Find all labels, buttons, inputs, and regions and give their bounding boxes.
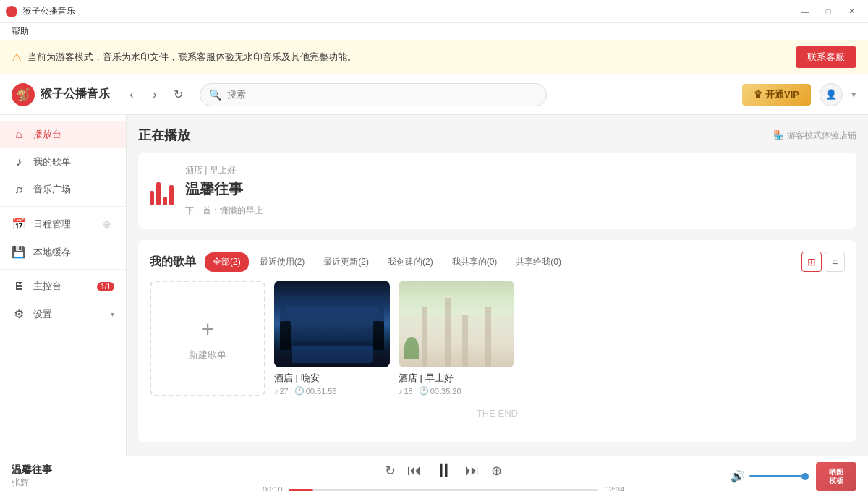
volume-bar[interactable]	[749, 475, 807, 477]
search-input[interactable]	[227, 89, 537, 100]
maximize-button[interactable]: □	[817, 4, 839, 19]
guest-mode-label: 游客模式体验店铺	[787, 129, 856, 142]
add-schedule-icon[interactable]: ⊕	[100, 218, 114, 230]
playlist-card-1[interactable]: 酒店 | 早上好 ♪ 18 🕐 00:35:20	[399, 281, 514, 396]
minimize-button[interactable]: —	[794, 4, 816, 19]
playlist-duration-0: 🕐 00:51:55	[294, 386, 337, 396]
playlist-name-1: 酒店 | 早上好	[399, 372, 514, 385]
tab-all[interactable]: 全部(2)	[205, 252, 249, 272]
calendar-icon: 📅	[12, 217, 26, 231]
alert-bar: ⚠ 当前为游客模式，音乐为水印文件，联系客服体验无水印音乐及其他完整功能。 联系…	[0, 40, 868, 74]
vip-button[interactable]: ♛ 开通VIP	[742, 84, 811, 106]
search-box[interactable]: 🔍	[200, 83, 547, 106]
contact-support-button[interactable]: 联系客服	[796, 46, 856, 68]
refresh-button[interactable]: ↻	[168, 85, 188, 105]
sidebar-item-music-square[interactable]: ♬ 音乐广场	[0, 176, 126, 203]
now-playing-section-header: 正在播放 🏪 游客模式体验店铺	[138, 127, 856, 144]
sidebar-item-schedule[interactable]: 📅 日程管理 ⊕	[0, 210, 126, 238]
progress-bar-fill	[289, 489, 313, 491]
tab-shared-by-me[interactable]: 我共享的(0)	[444, 252, 506, 272]
equalizer	[150, 176, 174, 205]
volume-icon: 🔊	[731, 469, 745, 483]
alert-content: ⚠ 当前为游客模式，音乐为水印文件，联系客服体验无水印音乐及其他完整功能。	[12, 51, 357, 64]
pause-button[interactable]: ⏸	[433, 458, 454, 482]
playlist-image-1	[399, 281, 514, 367]
close-button[interactable]: ✕	[841, 4, 862, 19]
new-playlist-label: 新建歌单	[189, 349, 226, 362]
clock-icon-1: 🕐	[419, 386, 429, 396]
gear-icon: ⚙	[12, 307, 26, 321]
tab-shared-to-me[interactable]: 共享给我(0)	[508, 252, 569, 272]
forward-button[interactable]: ›	[145, 85, 165, 105]
sidebar-label-playlist: 我的歌单	[33, 155, 114, 168]
playlist-image-0	[274, 281, 390, 367]
chevron-down-icon[interactable]: ▾	[851, 89, 856, 100]
menu-help[interactable]: 帮助	[6, 25, 35, 38]
titlebar-left: 猴子公播音乐	[6, 5, 75, 17]
volume-area: 🔊	[731, 469, 807, 483]
playlist-header: 我的歌单 全部(2) 最近使用(2) 最近更新(2) 我创建的(2) 我共享的(…	[150, 252, 845, 272]
volume-bar-fill	[749, 475, 801, 477]
settings-expand-icon: ▾	[111, 310, 114, 318]
sidebar-item-playstation[interactable]: ⌂ 播放台	[0, 121, 126, 148]
np-title: 温馨往事	[185, 179, 845, 199]
back-button[interactable]: ‹	[122, 85, 142, 105]
save-icon: 💾	[12, 245, 26, 259]
sidebar-label-music-square: 音乐广场	[33, 183, 114, 196]
tab-created[interactable]: 我创建的(2)	[380, 252, 441, 272]
sidebar-item-settings[interactable]: ⚙ 设置 ▾	[0, 300, 126, 328]
np-category: 酒店 | 早上好	[185, 164, 845, 176]
app-icon	[6, 6, 17, 17]
sidebar-label-local-cache: 本地缓存	[33, 246, 114, 259]
repeat-button[interactable]: ↻	[385, 463, 396, 479]
sidebar-divider-1	[0, 206, 126, 207]
tab-recent[interactable]: 最近使用(2)	[252, 252, 313, 272]
player-bar: 温馨往事 张辉 ↻ ⏮ ⏸ ⏭ ⊕ 00:10 02:04 🔊 晒图	[0, 456, 868, 491]
header-right: ♛ 开通VIP 👤 ▾	[742, 83, 856, 106]
logo-area: 🐒 猴子公播音乐	[12, 83, 110, 106]
progress-bar[interactable]	[289, 489, 599, 491]
the-end: - THE END -	[150, 408, 845, 419]
menubar: 帮助	[0, 23, 868, 40]
volume-knob[interactable]	[801, 473, 809, 480]
playlist-songs-0: ♪ 27	[274, 387, 289, 396]
player-song-title: 温馨往事	[12, 464, 156, 477]
prev-button[interactable]: ⏮	[407, 462, 422, 479]
sidebar-item-local-cache[interactable]: 💾 本地缓存	[0, 238, 126, 266]
main-layout: ⌂ 播放台 ♪ 我的歌单 ♬ 音乐广场 📅 日程管理 ⊕ 💾 本地缓存 🖥 主控…	[0, 115, 868, 456]
store-icon: 🏪	[773, 130, 784, 140]
now-playing-title: 正在播放	[138, 127, 190, 144]
playlist-section-title: 我的歌单	[150, 255, 196, 270]
new-playlist-card[interactable]: + 新建歌单	[150, 281, 265, 396]
sidebar-label-playstation: 播放台	[33, 128, 114, 141]
player-song-artist: 张辉	[12, 477, 156, 489]
add-to-queue-button[interactable]: ⊕	[491, 463, 502, 479]
logo-text: 猴子公播音乐	[41, 87, 110, 102]
playlist-meta-0: ♪ 27 🕐 00:51:55	[274, 386, 390, 396]
content-area: 正在播放 🏪 游客模式体验店铺 酒店 | 早上好 温馨往事 下一首：慵懒的早上	[127, 115, 868, 456]
current-time: 00:10	[263, 485, 283, 491]
header: 🐒 猴子公播音乐 ‹ › ↻ 🔍 ♛ 开通VIP 👤 ▾	[0, 74, 868, 115]
np-next: 下一首：慵懒的早上	[185, 205, 845, 217]
playlist-card-0[interactable]: 酒店 | 晚安 ♪ 27 🕐 00:51:55	[274, 281, 390, 396]
eq-bar-2	[156, 182, 161, 205]
sidebar-label-settings: 设置	[33, 308, 103, 321]
note-icon-0: ♪	[274, 387, 278, 396]
grid-view-button[interactable]: ⊞	[801, 252, 822, 272]
now-playing-card: 酒店 | 早上好 温馨往事 下一首：慵懒的早上	[138, 153, 856, 229]
sidebar-item-playlist[interactable]: ♪ 我的歌单	[0, 148, 126, 176]
main-control-badge: 1/1	[97, 282, 114, 291]
watermark-logo: 晒图模板	[816, 462, 856, 491]
sidebar-label-schedule: 日程管理	[33, 218, 93, 231]
music-icon: ♬	[12, 183, 26, 196]
sidebar-label-main-control: 主控台	[33, 280, 90, 293]
sidebar-item-main-control[interactable]: 🖥 主控台 1/1	[0, 273, 126, 300]
guest-mode-link[interactable]: 🏪 游客模式体验店铺	[773, 129, 856, 142]
tab-updated[interactable]: 最近更新(2)	[315, 252, 377, 272]
next-button[interactable]: ⏭	[465, 462, 480, 479]
plus-icon: +	[201, 316, 215, 343]
list-view-button[interactable]: ≡	[825, 252, 845, 272]
user-avatar[interactable]: 👤	[820, 83, 843, 106]
playlist-grid: + 新建歌单	[150, 281, 845, 396]
playlist-name-0: 酒店 | 晚安	[274, 372, 390, 385]
